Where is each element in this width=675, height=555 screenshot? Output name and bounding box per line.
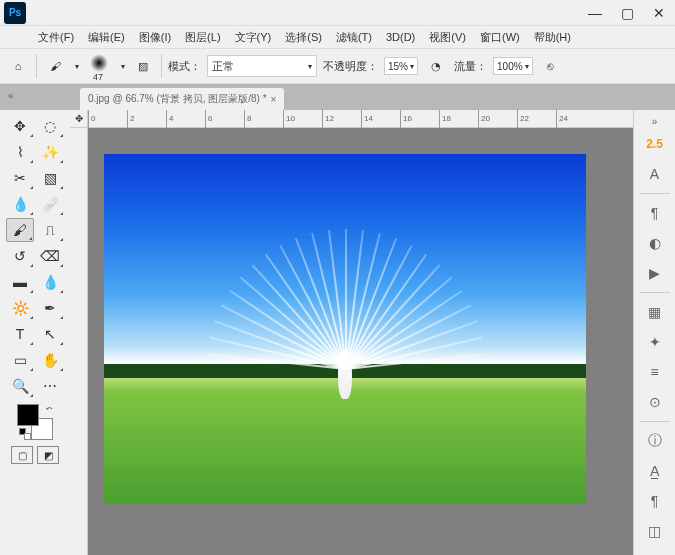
menu-window[interactable]: 窗口(W) bbox=[474, 28, 526, 47]
photoshop-logo: Ps bbox=[4, 2, 26, 24]
shape-tool[interactable]: ▭ bbox=[6, 348, 34, 372]
magic-wand-tool[interactable]: ✨ bbox=[36, 140, 64, 164]
menu-type[interactable]: 文字(Y) bbox=[229, 28, 278, 47]
collapse-right-icon[interactable]: » bbox=[652, 116, 658, 127]
menu-view[interactable]: 视图(V) bbox=[423, 28, 472, 47]
separator bbox=[640, 292, 670, 293]
healing-brush-tool[interactable]: 🩹 bbox=[36, 192, 64, 216]
panel-icon[interactable]: ⊙ bbox=[640, 389, 670, 415]
menu-select[interactable]: 选择(S) bbox=[279, 28, 328, 47]
opacity-value: 15% bbox=[388, 61, 408, 72]
menu-3d[interactable]: 3D(D) bbox=[380, 29, 421, 45]
dodge-tool[interactable]: 🔆 bbox=[6, 296, 34, 320]
zoom-tool[interactable]: 🔍 bbox=[6, 374, 34, 398]
opacity-label: 不透明度： bbox=[323, 59, 378, 74]
chevron-down-icon[interactable]: ▾ bbox=[75, 62, 79, 71]
document-tab-bar: « 0.jpg @ 66.7% (背景 拷贝, 图层蒙版/8) * × bbox=[0, 84, 675, 110]
maximize-button[interactable]: ▢ bbox=[611, 0, 643, 26]
eyedropper-tool[interactable]: 💧 bbox=[6, 192, 34, 216]
character-style-icon[interactable]: A̲ bbox=[640, 458, 670, 484]
panel-id-label[interactable]: 2.5 bbox=[640, 131, 670, 157]
document-canvas[interactable] bbox=[104, 154, 586, 504]
color-swatches[interactable]: ⤺ bbox=[17, 404, 53, 440]
close-button[interactable]: ✕ bbox=[643, 0, 675, 26]
brush-tool-icon[interactable]: 🖌 bbox=[43, 54, 67, 78]
airbrush-icon[interactable]: ⎋ bbox=[539, 54, 563, 78]
minimize-button[interactable]: — bbox=[579, 0, 611, 26]
layers-panel-icon[interactable]: ▦ bbox=[640, 299, 670, 325]
swap-colors-icon[interactable]: ⤺ bbox=[46, 404, 53, 413]
tools-panel: ✥ ◌ ⌇ ✨ ✂ ▧ 💧 🩹 🖌 ⎍ ↺ ⌫ ▬ 💧 🔆 ✒ T ↖ ▭ ✋ … bbox=[0, 110, 70, 555]
chevron-down-icon: ▾ bbox=[410, 62, 414, 71]
lasso-tool[interactable]: ⌇ bbox=[6, 140, 34, 164]
document-tab-title: 0.jpg @ 66.7% (背景 拷贝, 图层蒙版/8) * bbox=[88, 92, 267, 106]
paragraph-style-icon[interactable]: ¶ bbox=[640, 488, 670, 514]
chevron-down-icon: ▾ bbox=[525, 62, 529, 71]
path-selection-tool[interactable]: ↖ bbox=[36, 322, 64, 346]
panel-icon[interactable]: ◐ bbox=[640, 230, 670, 256]
eraser-tool[interactable]: ⌫ bbox=[36, 244, 64, 268]
brush-tool[interactable]: 🖌 bbox=[6, 218, 34, 242]
slice-tool[interactable]: ▧ bbox=[36, 166, 64, 190]
blur-tool[interactable]: 💧 bbox=[36, 270, 64, 294]
chevron-down-icon[interactable]: ▾ bbox=[121, 62, 125, 71]
close-tab-icon[interactable]: × bbox=[271, 94, 277, 105]
document-tab[interactable]: 0.jpg @ 66.7% (背景 拷贝, 图层蒙版/8) * × bbox=[80, 88, 284, 110]
vertical-ruler[interactable] bbox=[70, 128, 88, 555]
paragraph-panel-icon[interactable]: ¶ bbox=[640, 200, 670, 226]
pen-tool[interactable]: ✒ bbox=[36, 296, 64, 320]
panel-icon[interactable]: ≡ bbox=[640, 359, 670, 385]
menu-filter[interactable]: 滤镜(T) bbox=[330, 28, 378, 47]
separator bbox=[36, 54, 37, 78]
quick-mask-icon[interactable]: ◩ bbox=[37, 446, 59, 464]
menu-help[interactable]: 帮助(H) bbox=[528, 28, 577, 47]
canvas-content bbox=[245, 219, 445, 399]
menu-image[interactable]: 图像(I) bbox=[133, 28, 177, 47]
separator bbox=[640, 421, 670, 422]
collapse-left-icon[interactable]: « bbox=[8, 90, 14, 101]
foreground-color-swatch[interactable] bbox=[17, 404, 39, 426]
separator bbox=[161, 54, 162, 78]
edit-toolbar[interactable]: ⋯ bbox=[36, 374, 64, 398]
separator bbox=[640, 193, 670, 194]
panel-icon[interactable]: ◫ bbox=[640, 518, 670, 544]
character-panel-icon[interactable]: A bbox=[640, 161, 670, 187]
crop-tool[interactable]: ✂ bbox=[6, 166, 34, 190]
flow-select[interactable]: 100% ▾ bbox=[493, 57, 533, 75]
flow-value: 100% bbox=[497, 61, 523, 72]
opacity-select[interactable]: 15% ▾ bbox=[384, 57, 418, 75]
gradient-tool[interactable]: ▬ bbox=[6, 270, 34, 294]
history-brush-tool[interactable]: ↺ bbox=[6, 244, 34, 268]
brush-panel-icon[interactable]: ▨ bbox=[131, 54, 155, 78]
home-icon[interactable]: ⌂ bbox=[6, 54, 30, 78]
hand-tool[interactable]: ✋ bbox=[36, 348, 64, 372]
type-tool[interactable]: T bbox=[6, 322, 34, 346]
blend-mode-select[interactable]: 正常 ▾ bbox=[207, 55, 317, 77]
menu-bar: 文件(F) 编辑(E) 图像(I) 图层(L) 文字(Y) 选择(S) 滤镜(T… bbox=[0, 26, 675, 48]
mode-label: 模式： bbox=[168, 59, 201, 74]
standard-mode-icon[interactable]: ▢ bbox=[11, 446, 33, 464]
brush-size-label: 47 bbox=[93, 72, 103, 82]
info-panel-icon[interactable]: ⓘ bbox=[640, 428, 670, 454]
panel-icon[interactable]: ✦ bbox=[640, 329, 670, 355]
pressure-opacity-icon[interactable]: ◔ bbox=[424, 54, 448, 78]
right-panel-dock: » 2.5 A ¶ ◐ ▶ ▦ ✦ ≡ ⊙ ⓘ A̲ ¶ ◫ bbox=[633, 110, 675, 555]
move-tool[interactable]: ✥ bbox=[6, 114, 34, 138]
flow-label: 流量： bbox=[454, 59, 487, 74]
chevron-down-icon: ▾ bbox=[308, 62, 312, 71]
options-bar: ⌂ 🖌 ▾ 47 ▾ ▨ 模式： 正常 ▾ 不透明度： 15% ▾ ◔ 流量： … bbox=[0, 48, 675, 84]
clone-stamp-tool[interactable]: ⎍ bbox=[36, 218, 64, 242]
horizontal-ruler[interactable]: 024681012141618202224 bbox=[88, 110, 633, 128]
menu-file[interactable]: 文件(F) bbox=[32, 28, 80, 47]
menu-edit[interactable]: 编辑(E) bbox=[82, 28, 131, 47]
marquee-tool[interactable]: ◌ bbox=[36, 114, 64, 138]
default-colors-icon[interactable] bbox=[19, 428, 31, 440]
blend-mode-value: 正常 bbox=[212, 59, 234, 74]
ruler-origin[interactable]: ✥ bbox=[70, 110, 88, 128]
canvas-viewport[interactable]: ✥ 024681012141618202224 bbox=[70, 110, 633, 555]
menu-layer[interactable]: 图层(L) bbox=[179, 28, 226, 47]
actions-panel-icon[interactable]: ▶ bbox=[640, 260, 670, 286]
brush-preset-picker[interactable]: 47 bbox=[85, 52, 113, 80]
